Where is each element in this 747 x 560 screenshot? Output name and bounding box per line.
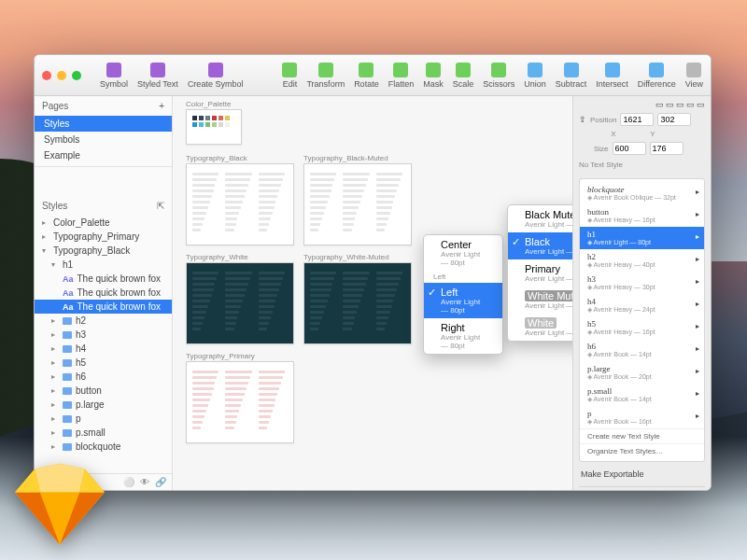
layer-row[interactable]: ▸Typography_Primary [35, 230, 172, 244]
minimize-icon[interactable] [57, 71, 66, 80]
text-style-button[interactable]: button▸◈ Avenir Heavy — 16pt [580, 204, 704, 227]
toolbar-scale[interactable]: Scale [453, 63, 474, 89]
artboard-typo-white[interactable] [186, 262, 294, 344]
styles-header: Styles⇱ [35, 196, 172, 216]
align-option-left[interactable]: ✓LeftAvenir Light — 80pt [424, 283, 502, 318]
styles-expand-icon[interactable]: ⇱ [157, 201, 164, 211]
toolbar-mask[interactable]: Mask [423, 63, 444, 89]
artboard-typo-black[interactable] [186, 163, 294, 245]
text-style-p.small[interactable]: p.small▸◈ Avenir Book — 14pt [580, 384, 704, 406]
artboard-palette[interactable] [186, 109, 242, 145]
align-option-right[interactable]: RightAvenir Light — 80pt [424, 318, 502, 354]
color-option[interactable]: Black Muted▸Avenir Light — 80pt [508, 205, 572, 232]
window-controls[interactable] [42, 71, 81, 80]
layer-row[interactable]: ▸h6 [35, 370, 172, 384]
toolbar-difference[interactable]: Difference [638, 63, 676, 89]
layer-row[interactable]: ▸button [35, 384, 172, 398]
position-x-input[interactable] [620, 113, 654, 126]
toolbar-rotate[interactable]: Rotate [354, 63, 379, 89]
toolbar-scissors[interactable]: Scissors [483, 63, 514, 89]
color-option[interactable]: Primary▸Avenir Light — 80pt [508, 259, 572, 287]
toolbar-flatten[interactable]: Flatten [388, 63, 415, 89]
artboard-label[interactable]: Color_Palette [186, 100, 231, 108]
align-buttons-row[interactable]: ▭▭▭▭▭ [579, 100, 705, 109]
toolbar-styled-text[interactable]: Styled Text [137, 63, 178, 89]
filter-icon[interactable]: ⚪ [123, 477, 134, 487]
layer-row[interactable]: ▸p [35, 412, 172, 426]
folder-icon [63, 429, 72, 437]
text-style-p[interactable]: p▸◈ Avenir Book — 16pt [580, 406, 704, 428]
color-popup[interactable]: Black Muted▸Avenir Light — 80pt✓Black▸Av… [507, 204, 572, 342]
text-style-h4[interactable]: h4▸◈ Avenir Heavy — 24pt [580, 294, 704, 316]
layer-row[interactable]: ▸Color_Palette [35, 216, 172, 230]
share-icon[interactable]: ⇪ [579, 115, 586, 124]
folder-icon [63, 373, 72, 381]
position-y-input[interactable] [657, 113, 691, 126]
position-label: Position [590, 116, 616, 124]
artboard-typo-primary[interactable] [186, 361, 294, 443]
text-layer-icon: Aa [63, 274, 74, 284]
text-style-h3[interactable]: h3▸◈ Avenir Heavy — 30pt [580, 272, 704, 294]
canvas[interactable]: Color_Palette Typography_Black Typograph… [173, 96, 572, 490]
text-style-h2[interactable]: h2▸◈ Avenir Heavy — 40pt [580, 249, 704, 272]
layer-row[interactable]: ▸h2 [35, 314, 172, 328]
text-style-h1[interactable]: h1▸◈ Avenir Light — 80pt [580, 227, 704, 249]
text-style-h5[interactable]: h5▸◈ Avenir Heavy — 16pt [580, 316, 704, 339]
app-window: SymbolStyled TextCreate Symbol EditTrans… [34, 54, 712, 491]
eye-icon[interactable]: 👁 [140, 477, 149, 487]
toolbar-intersect[interactable]: Intersect [596, 63, 628, 89]
text-style-p.large[interactable]: p.large▸◈ Avenir Book — 20pt [580, 361, 704, 384]
toolbar: SymbolStyled TextCreate Symbol EditTrans… [35, 55, 711, 96]
toolbar-subtract[interactable]: Subtract [556, 63, 587, 89]
add-page-icon[interactable]: + [159, 101, 164, 111]
layer-row[interactable]: ▾Typography_Black [35, 244, 172, 258]
artboard-typo-white-muted[interactable] [303, 262, 412, 344]
size-h-input[interactable] [650, 142, 684, 155]
left-sidebar: Pages+ StylesSymbolsExample Styles⇱ ▸Col… [35, 96, 173, 490]
text-style-h6[interactable]: h6▸◈ Avenir Book — 14pt [580, 339, 704, 361]
close-icon[interactable] [42, 71, 51, 80]
toolbar-symbol[interactable]: Symbol [100, 63, 128, 89]
artboard-typo-black-muted[interactable] [303, 163, 412, 245]
layer-row[interactable]: AaThe quick brown fox [35, 272, 172, 286]
color-option[interactable]: ✓Black▸Avenir Light — 80pt [508, 232, 572, 259]
size-w-input[interactable] [613, 142, 646, 155]
color-option[interactable]: White Muted▸Avenir Light — 80pt [508, 287, 572, 314]
layer-row[interactable]: ▸p.small [35, 426, 172, 440]
folder-icon [63, 331, 72, 339]
alignment-popup[interactable]: CenterAvenir Light — 80ptLeft✓LeftAvenir… [423, 234, 503, 355]
layer-row[interactable]: AaThe quick brown fox [35, 300, 172, 314]
artboard-label[interactable]: Typography_White [186, 253, 248, 261]
toolbar-edit[interactable]: Edit [282, 63, 297, 89]
layer-row[interactable]: AaThe quick brown fox [35, 286, 172, 300]
layer-row[interactable]: ▸h5 [35, 356, 172, 370]
toolbar-transform[interactable]: Transform [306, 63, 345, 89]
text-style-list[interactable]: blockquote▸◈ Avenir Book Oblique — 32ptb… [579, 178, 705, 462]
text-style-blockquote[interactable]: blockquote▸◈ Avenir Book Oblique — 32pt [580, 182, 704, 204]
page-example[interactable]: Example [35, 147, 172, 163]
folder-icon [63, 345, 72, 353]
folder-icon [63, 415, 72, 423]
align-option-center[interactable]: CenterAvenir Light — 80pt [424, 235, 502, 271]
link-icon[interactable]: 🔗 [155, 477, 166, 487]
toolbar-create-symbol[interactable]: Create Symbol [188, 63, 244, 89]
folder-icon [63, 387, 72, 395]
toolbar-union[interactable]: Union [524, 63, 546, 89]
artboard-label[interactable]: Typography_Black [186, 154, 247, 162]
layer-row[interactable]: ▾h1 [35, 258, 172, 272]
layer-row[interactable]: ▸h3 [35, 328, 172, 342]
zoom-icon[interactable] [72, 71, 81, 80]
toolbar-view[interactable]: View [685, 63, 703, 89]
artboard-label[interactable]: Typography_Black-Muted [303, 154, 388, 162]
artboard-label[interactable]: Typography_Primary [186, 352, 255, 360]
layer-row[interactable]: ▸h4 [35, 342, 172, 356]
make-exportable-button[interactable]: Make Exportable [579, 466, 705, 483]
layer-row[interactable]: ▸p.large [35, 398, 172, 412]
create-text-style[interactable]: Create new Text Style [580, 428, 704, 443]
artboard-label[interactable]: Typography_White-Muted [303, 253, 389, 261]
page-symbols[interactable]: Symbols [35, 132, 172, 147]
layer-row[interactable]: ▸blockquote [35, 440, 172, 454]
page-styles[interactable]: Styles [35, 116, 172, 132]
organize-text-styles[interactable]: Organize Text Styles… [580, 443, 704, 458]
color-option[interactable]: White▸Avenir Light — 80pt [508, 314, 572, 341]
